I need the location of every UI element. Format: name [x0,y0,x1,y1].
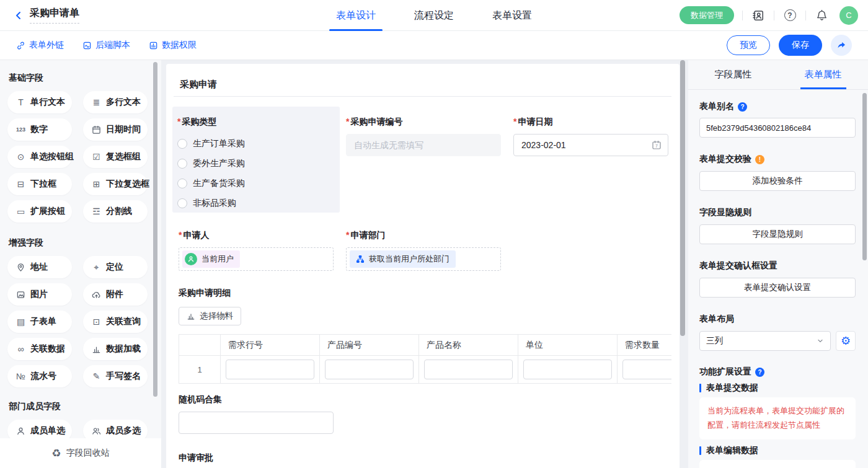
layout-select[interactable]: 三列 [699,331,831,351]
request-no-input[interactable] [346,134,501,156]
divider [805,11,806,20]
select-icon: ⊟ [16,180,26,188]
tab-flow-setting[interactable]: 流程设定 [414,0,454,31]
palette-item-linked-data[interactable]: ∞关联数据 [7,338,72,360]
tab-form-props[interactable]: 表单属性 [778,60,868,89]
notification-bell-icon[interactable] [814,8,829,23]
calendar-icon: 7 [652,140,662,150]
palette-item-checkbox-group[interactable]: ☑复选框组 [83,146,148,168]
visibility-rule-button[interactable]: 字段显隐规则 [699,224,856,244]
toolbar-link-form-external-link[interactable]: 表单外链 [16,40,64,51]
table-cell-input[interactable] [325,360,414,379]
share-arrow-icon [836,40,846,50]
field-request-date[interactable]: 申请日期 2023-02-01 7 [507,107,675,156]
question-badge-icon[interactable]: ? [738,102,747,112]
layout-settings-button[interactable]: ⚙ [836,331,856,351]
field-recycle-bin[interactable]: ♻ 字段回收站 [0,438,161,468]
field-approval-section[interactable]: 申请审批 [172,443,671,468]
tab-form-setting[interactable]: 表单设置 [492,0,532,31]
radio-button[interactable] [177,139,187,149]
palette-item-number[interactable]: 123数字 [7,118,72,141]
share-button[interactable] [831,35,852,56]
app-header: 采购申请单 表单设计流程设定表单设置 数据管理 ? C [0,0,868,31]
palette-item-divider[interactable]: ☲分割线 [83,200,148,223]
random-code-input[interactable] [179,412,334,434]
palette-item-text[interactable]: T单行文本 [7,91,72,113]
field-request-no[interactable]: 采购申请编号 [340,107,507,156]
palette-item-address[interactable]: 地址 [7,256,72,278]
tab-form-design[interactable]: 表单设计 [336,0,376,31]
properties-tabs: 字段属性表单属性 [688,60,868,90]
question-badge-icon[interactable]: ? [755,368,764,377]
alias-label: 表单别名 ? [699,101,857,112]
palette-item-serial-number[interactable]: №流水号 [7,365,72,387]
preview-button[interactable]: 预览 [727,35,770,55]
data-manage-button[interactable]: 数据管理 [680,6,734,24]
sidebar-scrollbar[interactable] [153,62,157,397]
page-title[interactable]: 采购申请单 [30,7,79,24]
field-label: 申请人 [179,230,334,241]
layout-label: 表单布局 [699,314,857,325]
toolbar-link-backend-script[interactable]: 后端脚本 [82,40,130,51]
palette-item-datetime[interactable]: 日期时间 [83,118,148,141]
subform-icon: ▤ [16,317,26,326]
back-button[interactable] [10,7,27,24]
address-book-icon[interactable] [751,8,766,23]
department-value-box[interactable]: 获取当前用户所处部门 [346,247,501,271]
palette-item-image[interactable]: 图片 [7,283,72,306]
palette-item-signature[interactable]: ✎手写签名 [83,365,148,387]
palette-item-select[interactable]: ⊟下拉框 [7,173,72,195]
field-applicant[interactable]: 申请人 当前用户 [172,220,340,271]
palette-item-label: 多行文本 [106,97,141,108]
palette-item-location[interactable]: ⌖定位 [83,256,148,278]
palette-item-linked-query[interactable]: ⊡关联查询 [83,311,148,333]
palette-item-label: 下拉框 [30,179,56,190]
palette-item-extend-button[interactable]: ▭扩展按钮 [7,200,72,223]
recycle-icon: ♻ [51,448,61,459]
palette-item-label: 数字 [30,124,48,135]
palette-item-multi-select[interactable]: ⊞下拉复选框 [83,173,148,195]
request-date-input[interactable]: 2023-02-01 7 [513,134,668,156]
table-cell-input[interactable] [622,360,671,379]
tab-field-props[interactable]: 字段属性 [688,60,778,89]
palette-item-subform[interactable]: ▤子表单 [7,311,72,333]
palette-item-data-load[interactable]: 数据加载 [83,338,148,360]
palette-item-label: 复选框组 [106,151,141,162]
palette-item-label: 成员单选 [30,425,65,436]
radio-button[interactable] [177,179,187,188]
chevron-down-icon [817,337,824,345]
field-random-code[interactable]: 随机码合集 [172,384,340,434]
radio-button[interactable] [177,159,187,169]
warning-badge-icon[interactable]: ! [755,155,764,164]
palette-item-radio-group[interactable]: ⊙单选按钮组 [7,146,72,168]
table-cell-input[interactable] [523,360,612,379]
add-validation-button[interactable]: 添加校验条件 [699,171,856,191]
table-cell-input[interactable] [424,360,513,379]
field-department[interactable]: 申请部门 获取当前用户所处部门 [340,220,507,271]
save-button[interactable]: 保存 [779,35,822,56]
form-toolbar: 表单外链后端脚本数据权限 预览 保存 [0,31,868,60]
applicant-tag[interactable]: 当前用户 [182,250,240,268]
help-icon[interactable]: ? [782,8,797,23]
department-tag[interactable]: 获取当前用户所处部门 [350,250,456,268]
palette-item-attachment[interactable]: 附件 [83,283,148,306]
toolbar-links: 表单外链后端脚本数据权限 [16,40,197,51]
canvas-scrollbar[interactable] [680,60,685,336]
panel-scrollbar[interactable] [862,93,867,260]
toolbar-link-data-permission[interactable]: 数据权限 [149,40,197,51]
field-purchase-type[interactable]: 采购类型 生产订单采购委外生产采购生产备货采购非标品采购 [172,107,340,213]
select-material-button[interactable]: 选择物料 [179,307,241,325]
palette-item-multiline-text[interactable]: ≣多行文本 [83,91,148,113]
detail-cell [518,356,618,384]
field-detail-subform[interactable]: 采购申请明细 选择物料 需求行号产品编号产品名称单位需求数量 1 [172,278,671,384]
radio-button[interactable] [177,198,187,208]
table-cell-input[interactable] [226,360,314,379]
alias-input[interactable] [699,118,856,138]
radio-option-label: 生产备货采购 [193,178,245,189]
user-avatar[interactable]: C [839,6,858,25]
detail-col-header: 需求数量 [618,335,672,356]
applicant-value-box[interactable]: 当前用户 [179,247,334,271]
radio-option: 委外生产采购 [177,154,335,174]
palette-item-label: 单行文本 [30,97,65,108]
submit-confirm-button[interactable]: 表单提交确认设置 [699,278,856,298]
